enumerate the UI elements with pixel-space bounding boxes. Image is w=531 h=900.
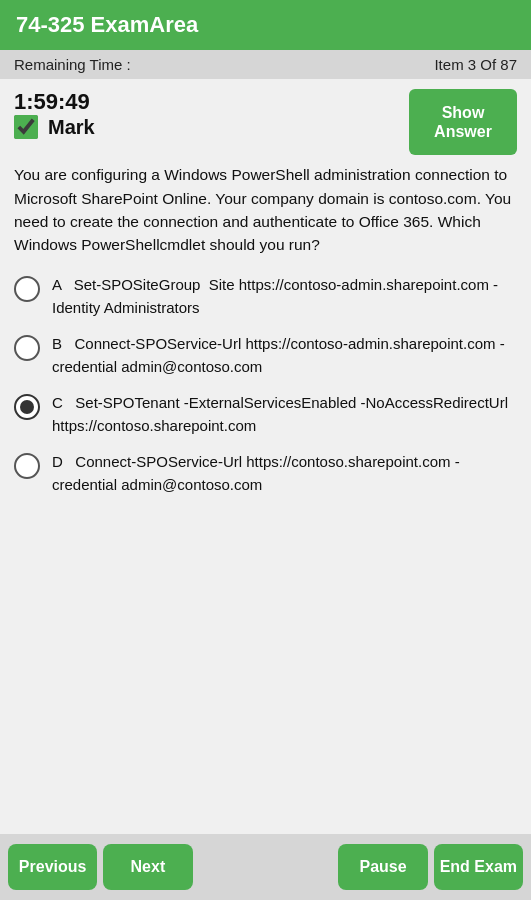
end-exam-button[interactable]: End Exam xyxy=(434,844,523,890)
radio-c[interactable] xyxy=(14,394,40,420)
radio-b[interactable] xyxy=(14,335,40,361)
radio-d[interactable] xyxy=(14,453,40,479)
option-text-a: A Set-SPOSiteGroup Site https://contoso-… xyxy=(52,274,517,319)
mark-row: Mark xyxy=(14,115,95,139)
app-header: 74-325 ExamArea xyxy=(0,0,531,50)
option-text-d: D Connect-SPOService-Url https://contoso… xyxy=(52,451,517,496)
countdown-timer: 1:59:49 xyxy=(14,89,90,114)
timer-row: 1:59:49 Mark Show Answer xyxy=(14,89,517,155)
option-text-c: C Set-SPOTenant -ExternalServicesEnabled… xyxy=(52,392,517,437)
remaining-time-label: Remaining Time : xyxy=(14,56,131,73)
radio-a[interactable] xyxy=(14,276,40,302)
show-answer-button[interactable]: Show Answer xyxy=(409,89,517,155)
option-row-d[interactable]: D Connect-SPOService-Url https://contoso… xyxy=(14,451,517,496)
bottom-bar: Previous Next Pause End Exam xyxy=(0,834,531,900)
mark-label[interactable]: Mark xyxy=(48,116,95,139)
info-bar: Remaining Time : Item 3 Of 87 xyxy=(0,50,531,79)
pause-button[interactable]: Pause xyxy=(338,844,427,890)
option-text-b: B Connect-SPOService-Url https://contoso… xyxy=(52,333,517,378)
mark-checkbox[interactable] xyxy=(14,115,38,139)
item-counter: Item 3 Of 87 xyxy=(434,56,517,73)
option-row-b[interactable]: B Connect-SPOService-Url https://contoso… xyxy=(14,333,517,378)
app-title: 74-325 ExamArea xyxy=(16,12,198,38)
next-button[interactable]: Next xyxy=(103,844,192,890)
question-text: You are configuring a Windows PowerShell… xyxy=(14,163,517,256)
previous-button[interactable]: Previous xyxy=(8,844,97,890)
option-row-a[interactable]: A Set-SPOSiteGroup Site https://contoso-… xyxy=(14,274,517,319)
content-area: 1:59:49 Mark Show Answer You are configu… xyxy=(0,79,531,834)
option-row-c[interactable]: C Set-SPOTenant -ExternalServicesEnabled… xyxy=(14,392,517,437)
